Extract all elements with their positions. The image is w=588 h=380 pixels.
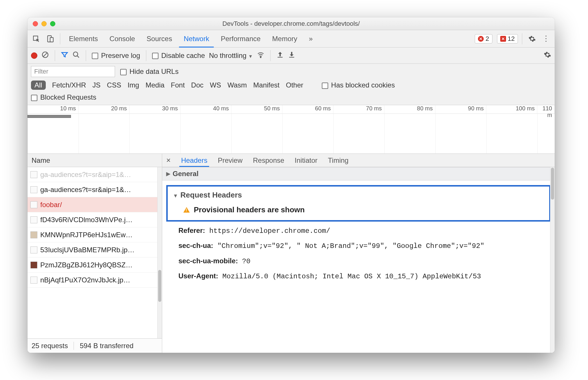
header-key: sec-ch-ua:	[178, 242, 213, 249]
filter-type-manifest[interactable]: Manifest	[253, 81, 280, 89]
detail-tab-response[interactable]: Response	[251, 154, 286, 167]
detail-tab-headers[interactable]: Headers	[179, 154, 209, 167]
network-conditions-icon[interactable]	[257, 51, 264, 60]
devtools-top-bar: Elements Console Sources Network Perform…	[28, 30, 555, 48]
detail-tab-initiator[interactable]: Initiator	[293, 154, 319, 167]
resource-type-filters: All Fetch/XHR JS CSS Img Media Font Doc …	[31, 81, 551, 90]
filter-type-img[interactable]: Img	[127, 81, 139, 89]
filter-input[interactable]: Filter	[31, 66, 115, 77]
file-icon	[30, 216, 37, 223]
filter-type-css[interactable]: CSS	[107, 81, 121, 89]
record-button[interactable]	[31, 52, 37, 59]
filter-type-media[interactable]: Media	[145, 81, 164, 89]
section-request-headers[interactable]: ▼Request Headers	[173, 191, 544, 200]
tick: 70 ms	[333, 105, 384, 114]
disable-cache-checkbox[interactable]: Disable cache	[152, 52, 205, 60]
request-row[interactable]: PzmJZBgZBJ612Hy8QBSZ…	[28, 257, 162, 273]
error-count: 2	[485, 35, 489, 43]
filter-type-font[interactable]: Font	[171, 81, 185, 89]
filter-type-all[interactable]: All	[31, 81, 46, 90]
request-row[interactable]: nBjAqf1PuX7O2nvJbJck.jp…	[28, 273, 162, 288]
request-name: foobar/	[40, 201, 62, 209]
error-badge[interactable]: ✕ 2	[475, 34, 492, 43]
window-title: DevTools - developer.chrome.com/tags/dev…	[28, 20, 555, 28]
scrollbar-thumb[interactable]	[158, 270, 161, 302]
scrollbar[interactable]	[550, 167, 555, 353]
blocked-requests-checkbox[interactable]: Blocked Requests	[31, 93, 96, 101]
download-har-icon[interactable]	[288, 51, 295, 60]
scrollbar[interactable]	[157, 167, 162, 338]
network-settings-icon[interactable]	[544, 51, 551, 60]
scrollbar-thumb[interactable]	[551, 168, 554, 200]
collapse-arrow-icon: ▶	[166, 171, 170, 177]
search-icon[interactable]	[72, 51, 80, 60]
image-icon	[30, 262, 37, 268]
tab-elements[interactable]: Elements	[64, 30, 103, 48]
clear-button[interactable]	[41, 51, 49, 60]
section-general[interactable]: ▶General	[162, 167, 555, 180]
tab-sources[interactable]: Sources	[142, 30, 177, 48]
tick: 90 ms	[435, 105, 486, 114]
kebab-menu-icon[interactable]: ⋮	[540, 33, 552, 45]
inspect-element-icon[interactable]	[30, 33, 42, 45]
provisional-headers-warning: Provisional headers are shown	[173, 205, 544, 214]
device-toolbar-icon[interactable]	[44, 33, 56, 45]
request-row[interactable]: KMNWpnRJTP6eHJs1wEw…	[28, 227, 162, 242]
detail-tab-preview[interactable]: Preview	[216, 154, 244, 167]
timeline-body[interactable]	[28, 114, 555, 154]
request-row-selected[interactable]: foobar/	[28, 197, 162, 212]
filter-type-wasm[interactable]: Wasm	[227, 81, 247, 89]
status-transferred: 594 B transferred	[80, 342, 133, 350]
request-row[interactable]: 53IuclsjUVBaBME7MPRb.jp…	[28, 242, 162, 257]
request-name: PzmJZBgZBJ612Hy8QBSZ…	[40, 261, 133, 269]
tick: 10 ms	[28, 105, 78, 114]
divider	[146, 50, 146, 61]
detail-tab-timing[interactable]: Timing	[326, 154, 350, 167]
throttling-select[interactable]: No throttling▼	[209, 52, 253, 60]
requests-column-header[interactable]: Name	[28, 154, 162, 167]
file-icon	[30, 201, 37, 208]
settings-icon[interactable]	[526, 33, 538, 45]
file-icon	[30, 246, 37, 253]
hide-data-urls-checkbox[interactable]: Hide data URLs	[120, 67, 178, 76]
header-key: sec-ch-ua-mobile:	[178, 257, 238, 265]
tab-console[interactable]: Console	[105, 30, 140, 48]
header-row: Referer: https://developer.chrome.com/	[178, 225, 546, 237]
filter-toggle-icon[interactable]	[61, 51, 68, 60]
svg-rect-9	[289, 57, 294, 57]
close-detail-button[interactable]: ×	[165, 156, 172, 165]
request-name: ga-audiences?t=sr&aip=1&…	[40, 186, 131, 194]
tick: 20 ms	[78, 105, 129, 114]
devtools-window: DevTools - developer.chrome.com/tags/dev…	[28, 17, 555, 353]
request-name: nBjAqf1PuX7O2nvJbJck.jp…	[40, 276, 130, 284]
filter-type-ws[interactable]: WS	[210, 81, 221, 89]
request-row[interactable]: ga-audiences?t=sr&aip=1&…	[28, 182, 162, 197]
header-value: "Chromium";v="92", " Not A;Brand";v="99"…	[217, 242, 484, 250]
expand-arrow-icon: ▼	[173, 193, 178, 199]
filter-type-other[interactable]: Other	[286, 81, 303, 89]
has-blocked-cookies-checkbox[interactable]: Has blocked cookies	[322, 81, 395, 89]
tick: 80 ms	[384, 105, 435, 114]
titlebar: DevTools - developer.chrome.com/tags/dev…	[28, 17, 555, 30]
error-icon: ✕	[478, 36, 484, 42]
filter-type-fetchxhr[interactable]: Fetch/XHR	[52, 81, 86, 89]
tick: 40 ms	[180, 105, 231, 114]
tab-memory[interactable]: Memory	[268, 30, 302, 48]
filter-type-doc[interactable]: Doc	[191, 81, 204, 89]
requests-list[interactable]: ga-audiences?t=sr&aip=1&… ga-audiences?t…	[28, 167, 162, 338]
request-row[interactable]: ga-audiences?t=sr&aip=1&…	[28, 167, 162, 182]
image-icon	[30, 231, 37, 238]
preserve-log-checkbox[interactable]: Preserve log	[92, 52, 140, 60]
upload-har-icon[interactable]	[276, 51, 284, 60]
tab-overflow[interactable]: »	[304, 30, 317, 48]
requests-panel: Name ga-audiences?t=sr&aip=1&… ga-audien…	[28, 154, 162, 353]
request-name: 53IuclsjUVBaBME7MPRb.jp…	[40, 246, 134, 254]
filter-type-js[interactable]: JS	[92, 81, 101, 89]
tab-performance[interactable]: Performance	[216, 30, 265, 48]
tab-network[interactable]: Network	[179, 30, 214, 48]
request-row[interactable]: fD43v6RiVCDlmo3WhVPe.j…	[28, 212, 162, 227]
timeline-overview[interactable]: 10 ms 20 ms 30 ms 40 ms 50 ms 60 ms 70 m…	[28, 105, 555, 154]
svg-point-7	[260, 57, 261, 58]
request-name: KMNWpnRJTP6eHJs1wEw…	[40, 231, 133, 239]
issue-badge[interactable]: ✕ 12	[497, 34, 518, 43]
